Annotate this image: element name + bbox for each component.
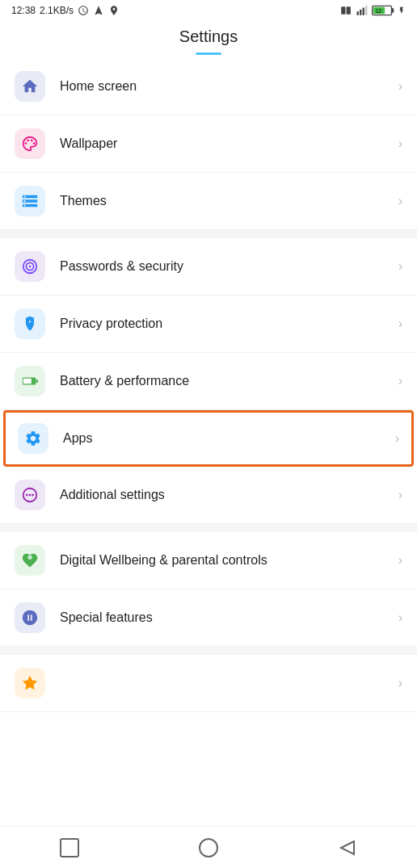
partial-chevron: ›: [398, 676, 402, 690]
sidebar-item-apps[interactable]: Apps ›: [3, 410, 414, 467]
special-chevron: ›: [398, 610, 402, 625]
partial-icon: [21, 674, 39, 692]
svg-rect-3: [360, 10, 361, 15]
sidebar-item-battery-performance[interactable]: Battery & performance ›: [0, 353, 417, 410]
svg-rect-2: [357, 11, 359, 15]
sidebar-item-themes[interactable]: Themes ›: [0, 173, 417, 230]
svg-rect-18: [36, 379, 38, 383]
group-divider-1: [0, 230, 417, 238]
home-screen-chevron: ›: [398, 79, 402, 94]
themes-label: Themes: [60, 194, 398, 208]
battery-perf-icon: [21, 372, 39, 390]
sidebar-item-privacy-protection[interactable]: Privacy protection ›: [0, 296, 417, 353]
home-icon: [21, 78, 39, 95]
wellbeing-icon-wrap: [15, 545, 45, 576]
status-bar: 12:38 2.1KB/s 12: [0, 0, 417, 19]
nav-circle-button[interactable]: [199, 838, 218, 858]
settings-list: Home screen › Wallpaper › Themes › Passw…: [0, 58, 417, 712]
signal-icon: [356, 5, 369, 16]
additional-icon-wrap: [15, 480, 45, 510]
svg-point-21: [26, 494, 28, 497]
sidebar-item-additional-settings[interactable]: Additional settings ›: [0, 467, 417, 524]
location-icon: [108, 5, 120, 16]
apps-label: Apps: [63, 431, 395, 446]
status-right: 12: [339, 5, 406, 16]
additional-icon: [21, 486, 39, 504]
settings-group-security: Passwords & security › Privacy protectio…: [0, 238, 417, 524]
sim-icon: [339, 5, 352, 16]
sidebar-item-special-features[interactable]: Special features ›: [0, 589, 417, 647]
wellbeing-chevron: ›: [398, 553, 402, 568]
settings-group-display: Home screen › Wallpaper › Themes ›: [0, 58, 417, 230]
sidebar-item-digital-wellbeing[interactable]: Digital Wellbeing & parental controls ›: [0, 532, 417, 589]
nav-icon: [93, 5, 104, 16]
group-divider-2: [0, 524, 417, 532]
apps-icon-wrap: [18, 423, 48, 454]
status-left: 12:38 2.1KB/s: [11, 5, 120, 16]
svg-rect-7: [392, 8, 394, 13]
wallpaper-icon-wrap: [15, 128, 45, 159]
svg-rect-4: [363, 8, 364, 15]
svg-point-23: [32, 494, 34, 497]
svg-point-22: [29, 494, 32, 497]
themes-icon: [21, 192, 39, 210]
page-header-title: Settings: [0, 27, 417, 46]
special-icon: [21, 609, 39, 627]
wallpaper-chevron: ›: [398, 136, 402, 151]
svg-rect-0: [341, 6, 345, 14]
svg-text:12: 12: [376, 8, 382, 14]
partial-icon-wrap: [15, 668, 45, 698]
battery-label: Battery & performance: [60, 374, 398, 388]
speed: 2.1KB/s: [40, 5, 74, 16]
alarm-icon: [78, 5, 89, 16]
sidebar-item-home-screen[interactable]: Home screen ›: [0, 58, 417, 115]
svg-rect-19: [23, 379, 32, 384]
privacy-icon: [21, 315, 39, 333]
svg-point-13: [33, 142, 36, 145]
settings-group-partial: ›: [0, 655, 417, 712]
privacy-label: Privacy protection: [60, 317, 398, 331]
passwords-label: Passwords & security: [60, 259, 398, 274]
privacy-icon-wrap: [15, 308, 45, 339]
home-screen-label: Home screen: [60, 79, 398, 94]
passwords-icon: [21, 258, 39, 275]
apps-chevron: ›: [395, 431, 399, 446]
privacy-chevron: ›: [398, 317, 402, 331]
passwords-chevron: ›: [398, 259, 402, 274]
nav-square-button[interactable]: [60, 838, 79, 858]
additional-chevron: ›: [398, 488, 402, 502]
svg-point-10: [25, 142, 27, 145]
passwords-icon-wrap: [15, 251, 45, 282]
special-icon-wrap: [15, 602, 45, 633]
special-label: Special features: [60, 610, 398, 625]
svg-rect-5: [365, 6, 367, 15]
svg-point-24: [27, 556, 32, 560]
accent-line: [196, 52, 221, 55]
wellbeing-label: Digital Wellbeing & parental controls: [60, 553, 398, 568]
additional-label: Additional settings: [60, 488, 398, 502]
svg-marker-26: [341, 841, 354, 854]
wallpaper-label: Wallpaper: [60, 136, 398, 151]
svg-point-12: [31, 140, 33, 142]
page-title: Settings: [0, 19, 417, 52]
home-screen-icon-wrap: [15, 71, 45, 102]
charging-icon: [398, 5, 406, 16]
time: 12:38: [11, 5, 36, 16]
nav-bar: [0, 826, 417, 868]
settings-group-wellbeing: Digital Wellbeing & parental controls › …: [0, 532, 417, 647]
wallpaper-icon: [21, 135, 39, 153]
sidebar-item-wallpaper[interactable]: Wallpaper ›: [0, 115, 417, 173]
svg-point-11: [27, 140, 29, 142]
sidebar-item-passwords-security[interactable]: Passwords & security ›: [0, 238, 417, 296]
themes-chevron: ›: [398, 194, 402, 208]
nav-back-button[interactable]: [338, 838, 357, 858]
battery-perf-icon-wrap: [15, 366, 45, 396]
svg-point-16: [29, 266, 32, 268]
themes-icon-wrap: [15, 186, 45, 216]
svg-rect-1: [347, 6, 351, 14]
apps-icon: [24, 430, 42, 447]
group-divider-3: [0, 647, 417, 655]
battery-icon: 12: [372, 5, 394, 16]
battery-chevron: ›: [398, 374, 402, 388]
sidebar-item-partial[interactable]: ›: [0, 655, 417, 712]
